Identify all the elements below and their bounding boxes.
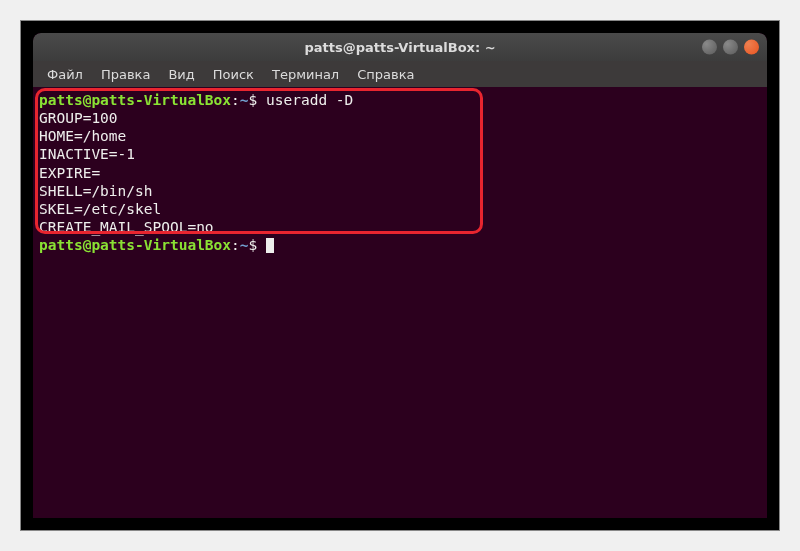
- prompt-end: $: [249, 237, 266, 253]
- menu-edit[interactable]: Правка: [93, 64, 158, 85]
- output-line: SKEL=/etc/skel: [39, 200, 761, 218]
- prompt-user: patts@patts-VirtualBox: [39, 92, 231, 108]
- prompt-line-2: patts@patts-VirtualBox:~$: [39, 236, 761, 254]
- menu-file[interactable]: Файл: [39, 64, 91, 85]
- prompt-sep: :: [231, 92, 240, 108]
- output-line: CREATE_MAIL_SPOOL=no: [39, 218, 761, 236]
- terminal-body[interactable]: patts@patts-VirtualBox:~$ useradd -D GRO…: [33, 87, 767, 518]
- maximize-button[interactable]: [723, 40, 738, 55]
- menubar: Файл Правка Вид Поиск Терминал Справка: [33, 61, 767, 87]
- prompt-line-1: patts@patts-VirtualBox:~$ useradd -D: [39, 91, 761, 109]
- screenshot-frame: patts@patts-VirtualBox: ~ Файл Правка Ви…: [20, 20, 780, 531]
- window-title: patts@patts-VirtualBox: ~: [304, 40, 495, 55]
- prompt-path: ~: [240, 237, 249, 253]
- menu-terminal[interactable]: Терминал: [264, 64, 347, 85]
- titlebar[interactable]: patts@patts-VirtualBox: ~: [33, 33, 767, 61]
- output-line: SHELL=/bin/sh: [39, 182, 761, 200]
- cursor: [266, 238, 274, 253]
- menu-help[interactable]: Справка: [349, 64, 422, 85]
- output-line: GROUP=100: [39, 109, 761, 127]
- prompt-end: $: [249, 92, 266, 108]
- terminal-window: patts@patts-VirtualBox: ~ Файл Правка Ви…: [33, 33, 767, 518]
- minimize-button[interactable]: [702, 40, 717, 55]
- prompt-path: ~: [240, 92, 249, 108]
- menu-search[interactable]: Поиск: [205, 64, 262, 85]
- output-line: HOME=/home: [39, 127, 761, 145]
- prompt-sep: :: [231, 237, 240, 253]
- menu-view[interactable]: Вид: [160, 64, 202, 85]
- command-text: useradd -D: [266, 92, 353, 108]
- close-button[interactable]: [744, 40, 759, 55]
- window-controls: [702, 40, 759, 55]
- output-line: INACTIVE=-1: [39, 145, 761, 163]
- prompt-user: patts@patts-VirtualBox: [39, 237, 231, 253]
- output-line: EXPIRE=: [39, 164, 761, 182]
